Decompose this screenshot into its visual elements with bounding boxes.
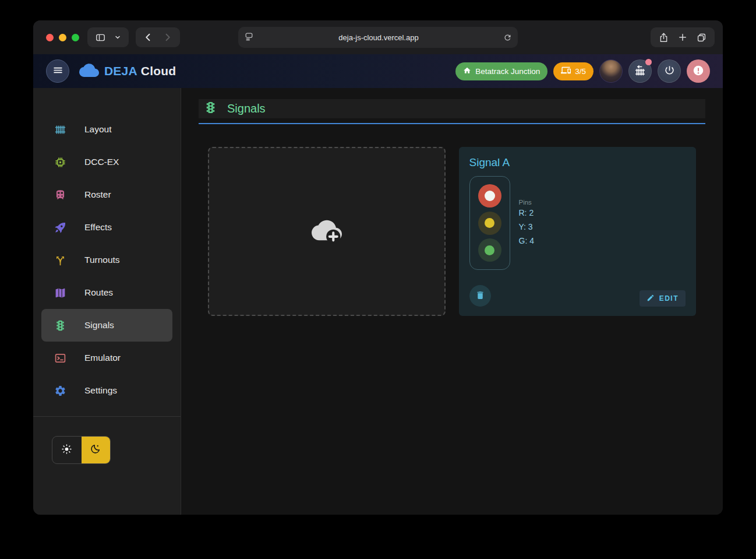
pin-green: G: 4: [519, 234, 534, 248]
traffic-light-icon: [54, 319, 66, 332]
back-button[interactable]: [139, 30, 158, 45]
sidebar: Layout DCC-EX Roster: [33, 88, 181, 515]
theme-toggle: [52, 436, 111, 464]
sidebar-item-roster[interactable]: Roster: [41, 178, 172, 211]
notification-dot: [645, 59, 652, 65]
cloud-logo-icon: [79, 64, 99, 79]
close-window-button[interactable]: [46, 34, 54, 41]
sidebar-item-label: Routes: [84, 287, 113, 298]
brand-secondary: Cloud: [141, 64, 176, 78]
traffic-light-icon: [204, 101, 217, 117]
browser-toolbar: deja-js-cloud.vercel.app: [33, 20, 723, 54]
plus-icon: [677, 32, 688, 43]
sidebar-item-layout[interactable]: Layout: [41, 113, 172, 146]
track-icon: [54, 124, 66, 136]
page-title-underline: [199, 123, 705, 124]
pins-label: Pins: [519, 199, 534, 206]
forward-button[interactable]: [158, 30, 176, 45]
signal-card-body: Pins R: 2 Y: 3 G: 4: [469, 176, 686, 270]
red-light: [478, 184, 501, 208]
page-title: Signals: [227, 102, 266, 115]
signal-card-title: Signal A: [469, 156, 686, 169]
browser-sidebar-toggle-button[interactable]: [91, 30, 110, 45]
user-avatar[interactable]: [599, 59, 623, 83]
delete-signal-button[interactable]: [469, 285, 491, 307]
alert-button[interactable]: [687, 59, 710, 83]
yellow-light: [478, 212, 501, 235]
page-settings-icon[interactable]: [244, 31, 254, 44]
history-nav-group: [136, 27, 180, 47]
minimize-window-button[interactable]: [59, 34, 66, 41]
sidebar-item-label: Turnouts: [84, 255, 120, 265]
url-text: deja-js-cloud.vercel.app: [254, 33, 503, 42]
share-button[interactable]: [654, 30, 673, 45]
pencil-icon: [647, 294, 655, 304]
share-icon: [658, 32, 669, 43]
sidebar-item-effects[interactable]: Effects: [41, 211, 172, 244]
sidebar-item-label: Effects: [84, 222, 112, 233]
sidebar-item-turnouts[interactable]: Turnouts: [41, 244, 172, 276]
tab-overview-button[interactable]: [692, 30, 711, 45]
sun-icon: [61, 444, 72, 457]
edit-signal-button[interactable]: EDIT: [640, 290, 686, 307]
layout-badge-label: Betatrack Junction: [475, 67, 540, 76]
signal-card-footer: EDIT: [469, 285, 686, 307]
menu-button[interactable]: [46, 59, 69, 83]
app-title: DEJACloud: [104, 64, 176, 78]
sidebar-item-label: Roster: [84, 189, 111, 200]
reload-icon: [503, 33, 512, 42]
sidebar-divider: [33, 416, 181, 417]
light-mode-button[interactable]: [52, 437, 82, 463]
sidebar-toggle-group: [87, 27, 129, 47]
sidebar-item-settings[interactable]: Settings: [41, 374, 172, 407]
cloud-plus-icon: [312, 215, 342, 248]
main-content: Signals Signal A: [181, 88, 723, 515]
window-controls: [46, 34, 79, 41]
yellow-light-lens: [485, 218, 494, 228]
track-status-button[interactable]: [628, 59, 652, 83]
sidebar-item-dcc-ex[interactable]: DCC-EX: [41, 146, 172, 178]
green-light: [478, 238, 501, 262]
sidebar-item-label: Emulator: [84, 353, 121, 363]
address-bar[interactable]: deja-js-cloud.vercel.app: [238, 27, 518, 48]
moon-icon: [90, 443, 101, 457]
new-tab-button[interactable]: [673, 30, 692, 45]
sidebar-item-emulator[interactable]: Emulator: [41, 342, 172, 374]
trash-icon: [475, 290, 485, 302]
sidebar-item-label: DCC-EX: [84, 157, 119, 167]
dark-mode-button[interactable]: [82, 437, 111, 463]
devices-icon: [561, 65, 571, 77]
sidebar-item-routes[interactable]: Routes: [41, 276, 172, 309]
rocket-icon: [54, 222, 66, 234]
add-signal-dropzone[interactable]: [208, 147, 446, 316]
red-light-lens: [485, 191, 495, 201]
page-title-bar: Signals: [199, 99, 705, 118]
sidebar-item-signals[interactable]: Signals: [41, 309, 172, 342]
railroad-track-icon: [634, 64, 647, 79]
counter-badge[interactable]: 3/5: [553, 62, 594, 80]
signal-card: Signal A Pins R: 2 Y: 3 G: 4: [459, 147, 697, 316]
browser-window: deja-js-cloud.vercel.app: [33, 20, 723, 515]
power-icon: [664, 65, 675, 78]
train-icon: [54, 189, 66, 201]
gear-icon: [54, 385, 66, 397]
pin-red: R: 2: [519, 206, 534, 220]
zoom-window-button[interactable]: [72, 34, 79, 41]
chip-icon: [54, 156, 66, 168]
power-button[interactable]: [658, 59, 681, 83]
layout-badge[interactable]: Betatrack Junction: [455, 62, 547, 80]
turnout-fork-icon: [54, 254, 66, 266]
map-icon: [54, 287, 66, 299]
green-light-lens: [485, 245, 494, 255]
app-header: DEJACloud Betatrack Junction 3/5: [33, 54, 723, 88]
chevron-right-icon: [162, 32, 172, 43]
edit-button-label: EDIT: [659, 294, 679, 303]
counter-badge-label: 3/5: [575, 67, 586, 76]
sidebar-item-label: Signals: [84, 320, 114, 331]
app-brand: DEJACloud: [79, 64, 176, 79]
traffic-light-widget: [469, 176, 510, 270]
terminal-icon: [54, 352, 66, 364]
tab-group-chevron-button[interactable]: [110, 31, 125, 43]
sidebar-toggle-icon: [95, 32, 106, 43]
reload-button[interactable]: [503, 33, 512, 42]
